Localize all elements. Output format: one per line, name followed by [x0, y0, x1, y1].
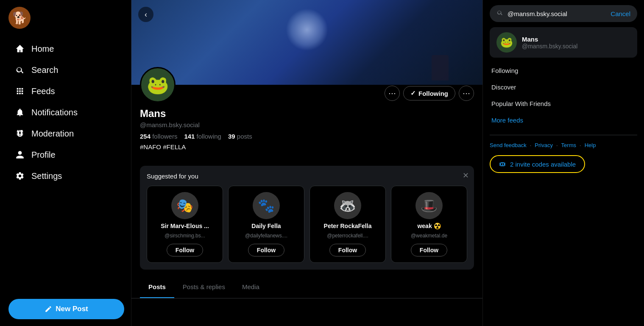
tab-posts[interactable]: Posts: [140, 276, 174, 298]
suggested-close-button[interactable]: ✕: [463, 171, 469, 180]
settings-icon: [14, 170, 25, 181]
sidebar: 🐕 Home Search Feeds Noti: [0, 0, 131, 326]
follow-button-1[interactable]: Follow: [248, 244, 284, 256]
tab-media[interactable]: Media: [234, 276, 268, 298]
list-item: 🎭 Sir Marv-Elous ... @sirschming.bs... F…: [147, 186, 223, 263]
follow-button-0[interactable]: Follow: [167, 244, 203, 256]
card-name-1: Daily Fella: [251, 223, 281, 229]
list-item: 🎩 weak ☢️ @weakmetal.de Follow: [391, 186, 467, 263]
new-post-label: New Post: [56, 305, 88, 313]
main-content: ‹ 🐸 ⋯ ✓ Following ⋯ Mans @mansm.bsky.soc…: [131, 0, 483, 326]
profile-avatar: 🐸: [140, 67, 176, 103]
checkmark-icon: ✓: [410, 89, 416, 97]
suggested-section: Suggested for you ✕ 🎭 Sir Marv-Elous ...…: [140, 166, 474, 270]
follow-button-3[interactable]: Follow: [411, 244, 447, 256]
posts-count: 39 posts: [228, 133, 252, 140]
card-avatar-2: 🦝: [334, 192, 361, 219]
search-icon: [14, 64, 25, 75]
profile-section: 🐸 ⋯ ✓ Following ⋯ Mans @mansm.bsky.socia…: [131, 85, 482, 159]
feed-item-popular-friends[interactable]: Popular With Friends: [490, 96, 637, 111]
search-result-card[interactable]: 🐸 Mans @mansm.bsky.social: [490, 27, 637, 58]
card-handle-0: @sirschming.bs...: [164, 233, 205, 239]
notifications-icon: [14, 107, 25, 118]
sidebar-label-settings: Settings: [31, 171, 62, 181]
sidebar-item-search[interactable]: Search: [8, 60, 124, 80]
edit-icon: [45, 305, 52, 313]
profile-actions: ⋯ ✓ Following ⋯: [385, 86, 474, 103]
profile-icon: [14, 149, 25, 160]
circle-action-button[interactable]: ⋯: [385, 86, 400, 101]
card-handle-1: @dailyfellanews....: [245, 233, 287, 239]
card-name-2: Peter RockaFella: [324, 223, 372, 229]
feed-item-more-feeds[interactable]: More feeds: [490, 112, 637, 128]
footer-link-feedback[interactable]: Send feedback: [490, 142, 527, 148]
profile-stats: 254 followers 141 following 39 posts: [140, 133, 474, 140]
divider: [490, 135, 637, 135]
back-button[interactable]: ‹: [138, 7, 153, 22]
result-info: Mans @mansm.bsky.social: [522, 36, 577, 50]
new-post-button[interactable]: New Post: [8, 299, 124, 319]
invite-codes-button[interactable]: 🎟 2 invite codes available: [490, 155, 585, 173]
card-handle-3: @weakmetal.de: [411, 233, 447, 239]
list-item: 🦝 Peter RockaFella @peterrockafell.... F…: [309, 186, 386, 263]
more-options-button[interactable]: ⋯: [459, 86, 474, 101]
invite-codes-text: 2 invite codes available: [510, 161, 576, 168]
profile-name: Mans: [140, 108, 474, 120]
tab-posts-replies[interactable]: Posts & replies: [174, 276, 234, 298]
search-bar[interactable]: Cancel: [490, 5, 637, 22]
profile-handle: @mansm.bsky.social: [140, 121, 474, 128]
right-sidebar: Cancel 🐸 Mans @mansm.bsky.social Followi…: [483, 0, 644, 326]
banner-decoration-moon: [286, 8, 328, 51]
sidebar-item-notifications[interactable]: Notifications: [8, 103, 124, 122]
follow-button-2[interactable]: Follow: [329, 244, 366, 256]
sidebar-item-feeds[interactable]: Feeds: [8, 81, 124, 101]
banner-decoration-cat: [432, 55, 449, 81]
suggested-cards: 🎭 Sir Marv-Elous ... @sirschming.bs... F…: [147, 186, 467, 263]
suggested-title: Suggested for you: [147, 173, 467, 180]
footer-link-help[interactable]: Help: [585, 142, 596, 148]
result-avatar: 🐸: [496, 32, 517, 53]
sidebar-item-moderation[interactable]: Moderation: [8, 124, 124, 143]
following-button[interactable]: ✓ Following: [403, 86, 455, 100]
card-name-3: weak ☢️: [417, 223, 440, 229]
followers-count: 254 followers: [140, 133, 177, 140]
card-name-0: Sir Marv-Elous ...: [161, 223, 209, 229]
list-item: 🐾 Daily Fella @dailyfellanews.... Follow: [228, 186, 304, 263]
feed-item-discover[interactable]: Discover: [490, 79, 637, 95]
moderation-icon: [14, 128, 25, 139]
result-handle: @mansm.bsky.social: [522, 43, 577, 50]
search-cancel-button[interactable]: Cancel: [611, 10, 630, 17]
sidebar-item-settings[interactable]: Settings: [8, 166, 124, 186]
feeds-list: Following Discover Popular With Friends …: [490, 63, 637, 128]
feed-item-following[interactable]: Following: [490, 63, 637, 78]
profile-bio: #NAFO #FELLA: [140, 143, 474, 150]
sidebar-item-profile[interactable]: Profile: [8, 145, 124, 164]
card-avatar-1: 🐾: [253, 192, 280, 219]
following-count: 141 following: [184, 133, 221, 140]
profile-tabs: Posts Posts & replies Media: [131, 276, 482, 298]
sidebar-label-feeds: Feeds: [31, 86, 55, 96]
following-label: Following: [418, 90, 448, 97]
avatar[interactable]: 🐕: [8, 7, 31, 29]
sidebar-label-notifications: Notifications: [31, 108, 78, 117]
footer-link-privacy[interactable]: Privacy: [535, 142, 553, 148]
footer-link-terms[interactable]: Terms: [561, 142, 576, 148]
result-name: Mans: [522, 36, 577, 43]
sidebar-nav: Home Search Feeds Notifications: [8, 39, 124, 292]
search-input[interactable]: [507, 10, 606, 17]
profile-header-row: 🐸 ⋯ ✓ Following ⋯: [140, 85, 474, 103]
sidebar-label-search: Search: [31, 65, 58, 75]
home-icon: [14, 43, 25, 54]
card-avatar-0: 🎭: [171, 192, 198, 219]
search-icon: [496, 9, 503, 18]
feeds-icon: [14, 86, 25, 97]
invite-codes-wrap: 🎟 2 invite codes available: [490, 155, 637, 173]
card-handle-2: @peterrockafell....: [327, 233, 368, 239]
sidebar-label-moderation: Moderation: [31, 129, 74, 139]
footer-links: Send feedback · Privacy · Terms · Help: [490, 142, 637, 148]
sidebar-label-profile: Profile: [31, 150, 56, 160]
sidebar-item-home[interactable]: Home: [8, 39, 124, 59]
sidebar-label-home: Home: [31, 44, 54, 54]
ticket-icon: 🎟: [499, 160, 506, 168]
profile-banner: ‹: [131, 0, 482, 85]
